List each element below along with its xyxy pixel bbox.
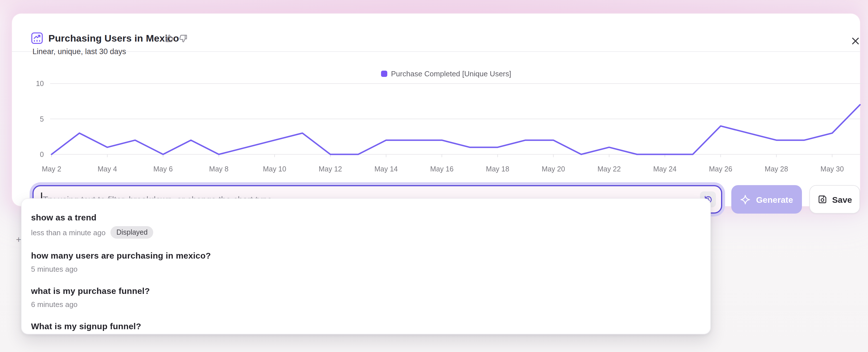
x-axis-tick-label: May 6 bbox=[154, 165, 173, 173]
history-item-time: 6 minutes ago bbox=[31, 299, 78, 309]
save-button-label: Save bbox=[832, 194, 852, 204]
history-item[interactable]: how many users are purchasing in mexico?… bbox=[21, 244, 710, 280]
history-item[interactable]: What is my signup funnel?6 minutes ago bbox=[21, 315, 710, 334]
x-axis-tick-label: May 22 bbox=[597, 165, 621, 173]
status-badge: Displayed bbox=[111, 226, 154, 239]
history-item-meta: less than a minute agoDisplayed bbox=[31, 226, 700, 239]
generate-button[interactable]: Generate bbox=[731, 185, 802, 214]
history-item-query: how many users are purchasing in mexico? bbox=[31, 250, 700, 261]
x-axis-tick-label: May 30 bbox=[820, 165, 844, 173]
history-item-time: less than a minute ago bbox=[31, 228, 106, 237]
history-item-meta: 6 minutes ago bbox=[31, 299, 700, 309]
chart-card: Purchasing Users in Mexico bbox=[12, 14, 860, 206]
x-axis-tick-label: May 18 bbox=[486, 165, 509, 173]
x-axis-tick-label: May 26 bbox=[709, 165, 733, 173]
history-item[interactable]: show as a trendless than a minute agoDis… bbox=[21, 206, 710, 244]
generate-button-label: Generate bbox=[756, 194, 793, 204]
x-axis-tick-label: May 24 bbox=[653, 165, 677, 173]
history-item-query: show as a trend bbox=[31, 212, 700, 223]
plus-icon: + bbox=[16, 235, 21, 245]
sparkle-icon bbox=[740, 194, 751, 205]
x-axis-tick-label: May 8 bbox=[209, 165, 228, 173]
thumbs-up-icon[interactable] bbox=[164, 34, 174, 43]
page-title: Purchasing Users in Mexico bbox=[49, 33, 179, 44]
save-icon bbox=[817, 194, 828, 204]
history-item-query: What is my signup funnel? bbox=[31, 321, 700, 332]
thumbs-down-icon[interactable] bbox=[178, 34, 188, 43]
feedback-buttons bbox=[164, 34, 188, 43]
x-axis-tick-label: May 12 bbox=[319, 165, 342, 173]
card-header: Purchasing Users in Mexico bbox=[12, 14, 860, 52]
y-axis-tick-label: 10 bbox=[36, 79, 44, 88]
x-axis-tick-label: May 10 bbox=[263, 165, 286, 173]
history-item-meta: 5 minutes ago bbox=[31, 264, 700, 274]
save-button[interactable]: Save bbox=[809, 185, 860, 214]
insights-chart-icon bbox=[31, 32, 43, 44]
x-axis-tick-label: May 20 bbox=[541, 165, 565, 173]
chart-subtitle: Linear, unique, last 30 days bbox=[32, 47, 126, 56]
y-axis-tick-label: 5 bbox=[40, 115, 44, 123]
y-axis-tick-label: 0 bbox=[40, 150, 44, 158]
series-line bbox=[52, 105, 860, 154]
line-chart: 0510May 2May 4May 6May 8May 10May 12May … bbox=[12, 64, 868, 185]
x-axis-tick-label: May 28 bbox=[765, 165, 788, 173]
close-icon[interactable] bbox=[849, 35, 862, 48]
history-dropdown: show as a trendless than a minute agoDis… bbox=[21, 198, 711, 334]
page: Purchasing Users in Mexico bbox=[0, 0, 868, 352]
x-axis-tick-label: May 16 bbox=[430, 165, 454, 173]
history-item-query: what is my purchase funnel? bbox=[31, 285, 700, 297]
history-item[interactable]: what is my purchase funnel?6 minutes ago bbox=[21, 280, 710, 315]
x-axis-tick-label: May 4 bbox=[98, 165, 117, 173]
x-axis-tick-label: May 14 bbox=[374, 165, 398, 173]
history-item-time: 5 minutes ago bbox=[31, 264, 78, 274]
x-axis-tick-label: May 2 bbox=[42, 165, 61, 173]
